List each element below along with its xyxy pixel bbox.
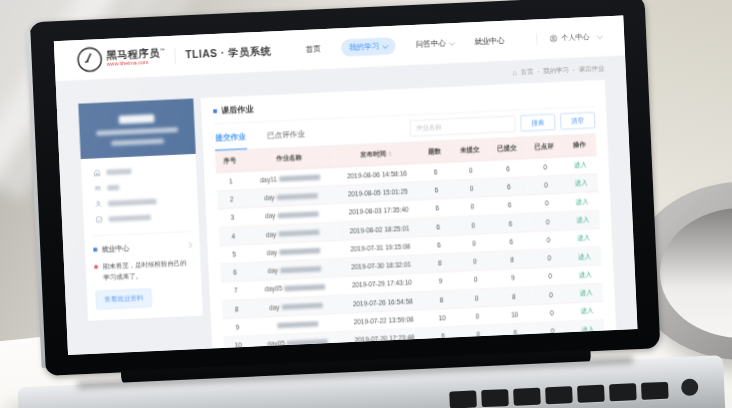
- breadcrumb-separator: ·: [573, 66, 575, 74]
- cell-questions: 6: [422, 235, 456, 255]
- cell-submitted: 9: [494, 268, 532, 288]
- cell-action: 进入: [569, 283, 603, 303]
- divider: [175, 48, 176, 64]
- breadcrumb-item-current: 课后作业: [578, 64, 604, 74]
- job-center-title: 就业中心: [101, 243, 129, 254]
- col-header-no: 序号: [215, 150, 245, 173]
- nav-item-home[interactable]: 首页: [305, 44, 320, 54]
- cell-no: 8: [222, 299, 252, 319]
- web-app: 黑马程序员™ www.itheima.com TLIAS · 学员系统 首页 我…: [54, 15, 638, 355]
- cell-not-submitted: 0: [457, 270, 495, 290]
- chevron-down-icon: [597, 33, 603, 39]
- enter-link[interactable]: 进入: [580, 307, 593, 315]
- itheima-logo-icon: [77, 47, 103, 73]
- bullet-square-icon: [93, 247, 97, 251]
- cell-not-submitted: 0: [455, 233, 493, 253]
- cell-questions: 6: [421, 217, 455, 237]
- cell-reviewed: 0: [533, 303, 571, 323]
- cell-published-time: 2019-07-20 17:23:48: [342, 328, 427, 350]
- photo-scene: 黑马程序员™ www.itheima.com TLIAS · 学员系统 首页 我…: [0, 0, 732, 408]
- notice-text: 期末将至，是时候检验自己的学习成果了。: [103, 257, 193, 282]
- group-icon: [94, 185, 102, 193]
- nav-item-job-center[interactable]: 就业中心: [474, 36, 505, 47]
- homework-name-prefix: day: [269, 303, 280, 311]
- laptop-screen: 黑马程序员™ www.itheima.com TLIAS · 学员系统 首页 我…: [54, 15, 638, 355]
- page-title: 课后作业: [221, 104, 254, 116]
- cell-reviewed: 0: [527, 175, 565, 195]
- keyboard-key: [481, 389, 509, 407]
- job-notice: 期末将至，是时候检验自己的学习成果了。: [85, 255, 201, 291]
- chevron-down-icon: [449, 39, 455, 45]
- col-header-reviewed: 已点评: [525, 136, 563, 159]
- cell-reviewed: 0: [532, 285, 570, 305]
- cell-submitted: 8: [495, 286, 533, 306]
- homework-name-prefix: day: [264, 194, 275, 202]
- breadcrumb-item-home[interactable]: 首页: [520, 67, 533, 77]
- tab-reviewed-homework[interactable]: 已点评作业: [265, 121, 306, 149]
- enter-link[interactable]: 进入: [576, 216, 589, 224]
- blurred-value: [108, 199, 157, 207]
- keyboard-key: [449, 390, 477, 408]
- cell-submitted: 10: [496, 305, 534, 325]
- search-button[interactable]: 搜索: [520, 114, 555, 132]
- cell-submitted: 6: [491, 195, 529, 215]
- enter-link[interactable]: 进入: [577, 234, 590, 242]
- cell-questions: 8: [423, 253, 457, 273]
- blurred-class-info: [111, 139, 164, 146]
- enter-link[interactable]: 进入: [581, 325, 594, 333]
- enter-link[interactable]: 进入: [579, 270, 592, 278]
- cell-action: 进入: [565, 192, 599, 212]
- enter-link[interactable]: 进入: [578, 252, 591, 260]
- homework-name-prefix: day: [266, 230, 277, 238]
- cell-homework-name: day05: [252, 332, 343, 354]
- cell-no: 3: [218, 208, 248, 228]
- user-menu-label: 个人中心: [561, 32, 589, 43]
- cell-no: 9: [223, 317, 253, 337]
- homework-name-input[interactable]: [410, 116, 516, 137]
- enter-link[interactable]: 进入: [575, 197, 588, 205]
- blurred-homework-name: [277, 211, 318, 218]
- view-job-material-button[interactable]: 查看就业资料: [95, 288, 152, 309]
- cell-no: 2: [217, 190, 247, 210]
- breadcrumb-item-my-learning[interactable]: 我的学习: [543, 66, 569, 76]
- next-page-button[interactable]: ›: [423, 354, 436, 355]
- enter-link[interactable]: 进入: [575, 179, 588, 187]
- cell-no: 5: [219, 244, 249, 264]
- col-header-action: 操作: [562, 134, 596, 157]
- cell-submitted: 6: [492, 232, 530, 252]
- bullet-square-icon: [213, 109, 217, 113]
- cell-not-submitted: 0: [453, 197, 491, 217]
- col-header-not-submitted: 未提交: [451, 139, 489, 162]
- person-icon: [94, 200, 102, 208]
- sort-icon[interactable]: ▲▼: [388, 151, 392, 158]
- blurred-value: [107, 185, 119, 191]
- blurred-homework-name: [277, 193, 318, 200]
- cell-not-submitted: 0: [454, 215, 492, 235]
- cell-reviewed: 0: [526, 157, 564, 177]
- profile-row: [94, 196, 186, 208]
- user-menu[interactable]: 个人中心: [536, 30, 602, 45]
- nav-item-my-learning[interactable]: 我的学习: [341, 37, 396, 57]
- cell-reviewed: 0: [531, 266, 569, 286]
- enter-link[interactable]: 进入: [580, 289, 593, 297]
- nav-item-qa-center[interactable]: 问答中心: [416, 38, 455, 49]
- check-circle-icon: [95, 216, 103, 224]
- keyboard-key: [609, 383, 637, 401]
- blurred-student-name: [119, 114, 155, 124]
- clear-button[interactable]: 清空: [560, 112, 595, 130]
- tab-submit-homework[interactable]: 提交作业: [214, 124, 247, 151]
- cell-action: 进入: [571, 320, 605, 340]
- cell-reviewed: 0: [530, 230, 568, 250]
- cell-questions: 6: [419, 162, 453, 182]
- col-header-questions: 题数: [418, 141, 452, 164]
- laptop: 黑马程序员™ www.itheima.com TLIAS · 学员系统 首页 我…: [12, 0, 687, 408]
- brand-site: www.itheima.com: [106, 59, 165, 68]
- enter-link[interactable]: 进入: [574, 161, 587, 169]
- profile-row: [93, 165, 185, 177]
- cell-reviewed: 0: [530, 248, 568, 268]
- homework-name-prefix: day: [265, 212, 276, 220]
- cell-not-submitted: 0: [456, 252, 494, 272]
- cell-no: 10: [223, 336, 253, 355]
- cell-not-submitted: 0: [453, 178, 491, 198]
- keyboard-keys: [449, 382, 669, 408]
